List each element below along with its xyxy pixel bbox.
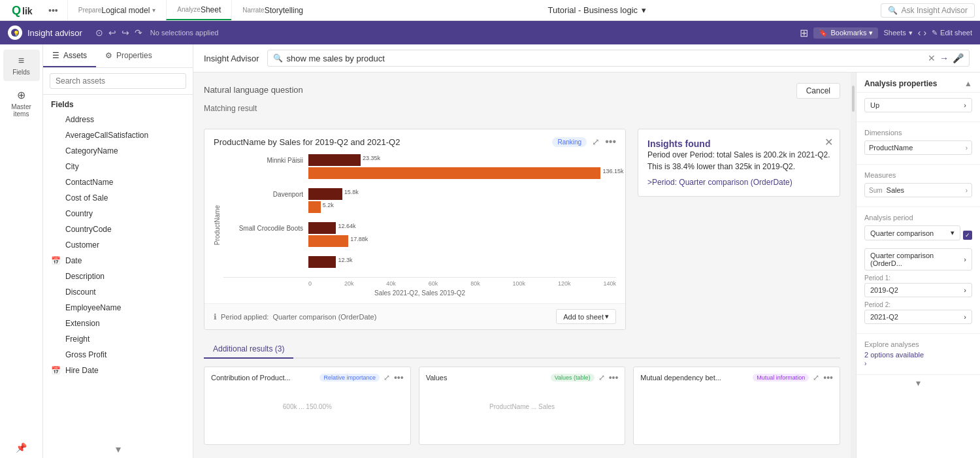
- small-chart-body-3: [634, 388, 840, 427]
- bar-group-2: Davenport 15.8k: [223, 188, 616, 213]
- field-item[interactable]: Address: [43, 112, 193, 127]
- field-item[interactable]: Customer: [43, 237, 193, 253]
- sidebar-tab-master-items[interactable]: ⊕ Master items: [3, 84, 40, 123]
- insights-close-button[interactable]: ✕: [825, 136, 833, 148]
- master-items-icon: ⊕: [17, 89, 25, 101]
- small-expand-icon-3[interactable]: ⤢: [813, 373, 819, 382]
- prepare-chevron: ▾: [152, 7, 155, 14]
- period-comparison-dropdown[interactable]: Quarter comparison ▾: [864, 225, 960, 240]
- search-bar-icon: 🔍: [273, 54, 283, 63]
- main-scrollbar[interactable]: [851, 73, 856, 458]
- chart-menu-dots[interactable]: •••: [605, 136, 616, 148]
- narrate-value: Storytelling: [265, 6, 303, 15]
- nav-right-arrow[interactable]: ›: [923, 27, 926, 38]
- search-assets-input[interactable]: [50, 73, 186, 89]
- measure-arrow: ›: [966, 187, 968, 194]
- field-item[interactable]: CountryCode: [43, 221, 193, 237]
- bookmarks-button[interactable]: 🔖 Bookmarks ▾: [813, 27, 878, 39]
- analyze-section[interactable]: Analyze Sheet: [166, 0, 231, 20]
- field-item[interactable]: CategoryName: [43, 143, 193, 159]
- analysis-scroll-down[interactable]: ▾: [857, 374, 980, 391]
- assets-search-area: [43, 68, 193, 95]
- sidebar-tab-fields[interactable]: ≡ Fields: [3, 50, 40, 81]
- top-nav: Q lik ••• Prepare Logical model ▾ Analyz…: [0, 0, 980, 21]
- chart-inner: ProductName Minnki Päisii: [214, 154, 616, 297]
- field-item[interactable]: Description: [43, 269, 193, 284]
- bar-row-2a: Davenport 15.8k: [223, 188, 616, 200]
- search-clear-icon[interactable]: ✕: [928, 53, 936, 63]
- insight-bar-right: ⊞ 🔖 Bookmarks ▾ Sheets ▾ ‹ › ✎ Edit shee…: [800, 27, 972, 39]
- app-menu-dots[interactable]: •••: [44, 5, 62, 16]
- field-item[interactable]: Discount: [43, 284, 193, 300]
- measures-row[interactable]: Sum Sales ›: [864, 183, 972, 197]
- prepare-section[interactable]: Prepare Logical model ▾: [67, 0, 167, 20]
- small-expand-icon-2[interactable]: ⤢: [598, 373, 605, 382]
- field-item[interactable]: Cost of Sale: [43, 190, 193, 206]
- field-item[interactable]: AverageCallSatisfaction: [43, 127, 193, 143]
- tab-properties[interactable]: ⚙ Properties: [96, 44, 161, 67]
- period1-value-row[interactable]: 2019-Q2 ›: [864, 283, 972, 297]
- pin-icon[interactable]: 📌: [12, 438, 31, 457]
- svg-text:lik: lik: [22, 6, 33, 16]
- undo-icon[interactable]: ↩: [108, 27, 116, 38]
- insight-search-input[interactable]: [287, 54, 924, 63]
- main-content: Insight Advisor 🔍 ✕ → 🎤 Natural language…: [193, 44, 980, 458]
- small-dots-2[interactable]: •••: [609, 372, 619, 383]
- add-to-sheet-button[interactable]: Add to sheet ▾: [556, 309, 616, 324]
- field-item[interactable]: EmployeeName: [43, 300, 193, 316]
- small-charts-row: Contribution of Product... Relative impo…: [204, 367, 840, 445]
- tab-assets[interactable]: ☰ Assets: [43, 44, 96, 67]
- small-dots-3[interactable]: •••: [823, 372, 833, 383]
- chart-expand-icon[interactable]: ⤢: [592, 137, 600, 147]
- qlik-logo-area[interactable]: Q lik: [5, 4, 44, 17]
- period-detail-row[interactable]: Quarter comparison (OrderD... ›: [864, 248, 972, 270]
- qlik-logo: Q lik: [12, 4, 38, 17]
- additional-results-tab[interactable]: Additional results (3): [204, 340, 293, 359]
- small-chart-header-3: Mutual dependency bet... Mutual informat…: [634, 367, 840, 388]
- analysis-scroll-up-icon[interactable]: ▲: [964, 79, 972, 88]
- narrate-section[interactable]: Narrate Storytelling: [231, 0, 314, 20]
- field-name: City: [65, 162, 79, 171]
- insights-link[interactable]: >Period: Quarter comparison (OrderDate): [647, 178, 830, 187]
- ask-insight-advisor-button[interactable]: 🔍 Ask Insight Advisor: [881, 3, 975, 18]
- explore-title: Explore analyses: [864, 340, 972, 348]
- grid-icon[interactable]: ⊞: [800, 27, 808, 39]
- redo-icon[interactable]: ↪: [122, 27, 129, 38]
- bar-row-1a: Minnki Päisii 23.35k: [223, 154, 616, 166]
- small-dots-1[interactable]: •••: [394, 372, 404, 383]
- search-go-icon[interactable]: →: [939, 53, 949, 63]
- scroll-down-indicator[interactable]: ▾: [43, 440, 193, 458]
- nav-left-arrow[interactable]: ‹: [918, 27, 921, 38]
- forward-icon[interactable]: ↷: [135, 27, 142, 38]
- period2-value-row[interactable]: 2021-Q2 ›: [864, 310, 972, 324]
- bar-container-2b: 5.2k: [308, 201, 616, 213]
- field-item[interactable]: Freight: [43, 331, 193, 347]
- field-item[interactable]: Gross Profit: [43, 347, 193, 363]
- field-item[interactable]: 📅Hire Date: [43, 363, 193, 378]
- field-item[interactable]: ContactName: [43, 174, 193, 190]
- sheets-button[interactable]: Sheets ▾: [883, 29, 912, 37]
- bar-value-2a: 15.8k: [344, 189, 359, 195]
- field-item[interactable]: Extension: [43, 316, 193, 331]
- search-mic-icon[interactable]: 🎤: [953, 53, 964, 63]
- up-dropdown[interactable]: Up ›: [864, 98, 972, 112]
- bar-label-3: Small Crocodile Boots: [223, 225, 308, 232]
- selection-icon[interactable]: ⊙: [95, 27, 103, 38]
- small-expand-icon-1[interactable]: ⤢: [384, 373, 390, 382]
- additional-tabs: Additional results (3): [204, 340, 840, 359]
- period2-arrow: ›: [964, 313, 966, 321]
- field-item[interactable]: City: [43, 159, 193, 174]
- field-item[interactable]: 📅Date: [43, 253, 193, 269]
- app-title[interactable]: Tutorial - Business logic ▾: [314, 5, 881, 15]
- field-name: Gross Profit: [65, 350, 106, 359]
- cancel-button[interactable]: Cancel: [796, 83, 840, 99]
- explore-link[interactable]: 2 options available: [864, 351, 972, 359]
- edit-sheet-button[interactable]: ✎ Edit sheet: [932, 29, 972, 37]
- insight-advisor-icon: 💡: [8, 25, 22, 40]
- dimension-row[interactable]: ProductName ›: [864, 140, 972, 155]
- small-chart-header-1: Contribution of Product... Relative impo…: [204, 367, 410, 388]
- period-checkbox[interactable]: ✓: [963, 231, 972, 240]
- svg-text:💡: 💡: [13, 30, 20, 37]
- field-item[interactable]: Country: [43, 206, 193, 221]
- small-chart-badge-3: Mutual information: [753, 374, 809, 382]
